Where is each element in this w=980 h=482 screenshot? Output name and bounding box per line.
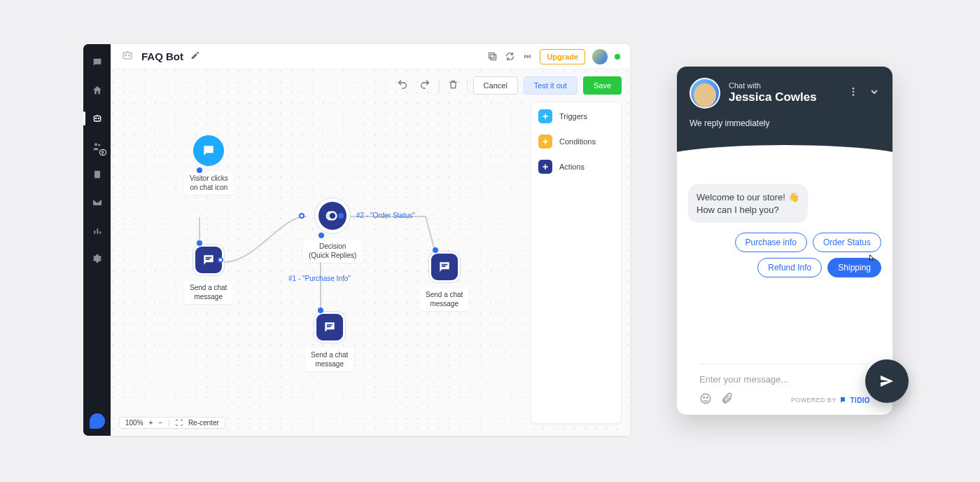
sidebar-item-bots[interactable]: [91, 112, 104, 125]
message-icon: [429, 252, 460, 282]
operator-name: Jessica Cowles: [729, 90, 817, 104]
quick-replies: Purchase info Order Status Refund Info S…: [688, 233, 881, 277]
bot-title: FAQ Bot: [141, 50, 183, 62]
sidebar-item-inbox[interactable]: [91, 196, 104, 209]
templates-icon[interactable]: [487, 51, 498, 62]
chat-bubble-icon: [193, 135, 224, 166]
chat-with-label: Chat with: [729, 81, 817, 90]
svg-rect-8: [99, 231, 101, 233]
chat-widget: Chat with Jessica Cowles We reply immedi…: [677, 67, 892, 415]
send-button[interactable]: [865, 359, 909, 403]
online-indicator: [615, 54, 620, 60]
node-label: Send a chatmessage: [184, 281, 232, 304]
user-avatar[interactable]: [592, 49, 608, 64]
zoom-out-button[interactable]: −: [158, 419, 162, 427]
upgrade-button[interactable]: Upgrade: [540, 49, 585, 64]
attachment-icon[interactable]: [720, 392, 733, 408]
sidebar-item-home[interactable]: [91, 84, 104, 97]
plus-icon: +: [538, 160, 552, 174]
canvas-actionbar: Cancel Test it out Save: [394, 76, 622, 95]
recenter-icon: ⛶: [176, 419, 183, 427]
svg-point-15: [527, 55, 529, 57]
node-label: Send a chatmessage: [305, 348, 354, 371]
sidebar-logo: [90, 413, 105, 429]
svg-point-12: [129, 55, 130, 56]
powered-by: POWERED BY TIDIO: [791, 396, 870, 404]
node-trigger[interactable]: Visitor clickson chat icon: [184, 135, 234, 195]
palette-label: Triggers: [559, 112, 587, 120]
node-action-3[interactable]: Send a chatmessage: [420, 252, 468, 311]
more-icon[interactable]: [848, 86, 859, 100]
svg-point-2: [98, 118, 99, 118]
sidebar-item-analytics[interactable]: [91, 224, 104, 237]
decision-icon: [314, 198, 351, 234]
operator-avatar: [690, 78, 720, 109]
palette-label: Actions: [559, 163, 584, 171]
bot-icon: [120, 48, 134, 65]
plus-icon: +: [538, 135, 552, 149]
palette-label: Conditions: [559, 137, 596, 146]
edge-label-1: #1 - "Purchase Info": [288, 275, 351, 282]
bot-message: Welcome to our store! 👋How can I help yo…: [688, 184, 808, 223]
svg-point-3: [94, 143, 97, 146]
palette-triggers[interactable]: + Triggers: [538, 109, 614, 123]
refresh-icon[interactable]: [505, 51, 515, 62]
svg-rect-7: [97, 228, 98, 233]
svg-point-18: [853, 91, 855, 93]
emoji-icon[interactable]: [699, 392, 712, 408]
chat-input-area: POWERED BY TIDIO: [699, 364, 870, 415]
trash-icon[interactable]: [445, 78, 461, 94]
node-decision[interactable]: Decision(Quick Replies): [303, 198, 362, 263]
broadcast-icon[interactable]: [522, 51, 533, 62]
chat-body: Welcome to our store! 👋How can I help yo…: [677, 160, 892, 415]
zoom-controls: 100% + − | ⛶ Re-center: [119, 417, 225, 429]
plus-icon: +: [538, 109, 552, 123]
rename-icon[interactable]: [190, 50, 200, 63]
quick-reply-shipping[interactable]: Shipping: [827, 258, 881, 277]
quick-reply-refund[interactable]: Refund Info: [757, 258, 822, 277]
message-icon: [314, 312, 345, 343]
redo-icon[interactable]: [416, 77, 433, 94]
sidebar-item-chat[interactable]: [91, 56, 104, 69]
node-action-1[interactable]: Send a chatmessage: [184, 245, 232, 304]
svg-rect-14: [491, 55, 496, 60]
svg-rect-5: [94, 171, 100, 179]
node-label: Send a chatmessage: [420, 288, 468, 311]
quick-reply-order-status[interactable]: Order Status: [813, 233, 881, 252]
reply-time: We reply immediately: [690, 118, 880, 128]
chat-header: Chat with Jessica Cowles We reply immedi…: [677, 67, 892, 160]
app-sidebar: 9: [83, 44, 111, 436]
palette-actions[interactable]: + Actions: [538, 160, 614, 174]
svg-point-11: [125, 55, 127, 56]
svg-point-1: [95, 118, 96, 118]
sidebar-item-settings[interactable]: [91, 252, 104, 265]
svg-rect-13: [489, 53, 495, 59]
undo-icon[interactable]: [394, 77, 411, 94]
svg-point-21: [704, 397, 705, 399]
recenter-button[interactable]: Re-center: [188, 419, 219, 427]
edge-label-2: #2 - "Order Status": [356, 212, 415, 219]
chat-message-input[interactable]: [699, 374, 870, 385]
zoom-level: 100%: [125, 419, 144, 427]
save-button[interactable]: Save: [583, 76, 622, 95]
flow-editor: FAQ Bot Upgrade Cancel Test it out Save …: [111, 44, 630, 436]
node-label: Visitor clickson chat icon: [184, 172, 234, 195]
node-label: Decision(Quick Replies): [303, 240, 362, 263]
sidebar-badge: 9: [99, 149, 106, 156]
test-button[interactable]: Test it out: [524, 76, 578, 95]
minimize-icon[interactable]: [869, 86, 880, 100]
svg-point-20: [701, 394, 710, 404]
svg-point-4: [98, 144, 100, 146]
sidebar-item-company[interactable]: [91, 168, 104, 181]
canvas-wrap: Cancel Test it out Save + Triggers + Con…: [111, 69, 630, 436]
palette-panel: + Triggers + Conditions + Actions: [531, 102, 622, 424]
node-action-2[interactable]: Send a chatmessage: [305, 312, 354, 371]
svg-point-16: [329, 212, 337, 220]
palette-conditions[interactable]: + Conditions: [538, 135, 614, 149]
svg-point-19: [853, 94, 855, 96]
zoom-in-button[interactable]: +: [149, 419, 153, 427]
quick-reply-purchase[interactable]: Purchase info: [735, 233, 807, 252]
svg-rect-6: [94, 230, 95, 234]
cancel-button[interactable]: Cancel: [473, 76, 518, 95]
svg-point-17: [853, 88, 855, 90]
